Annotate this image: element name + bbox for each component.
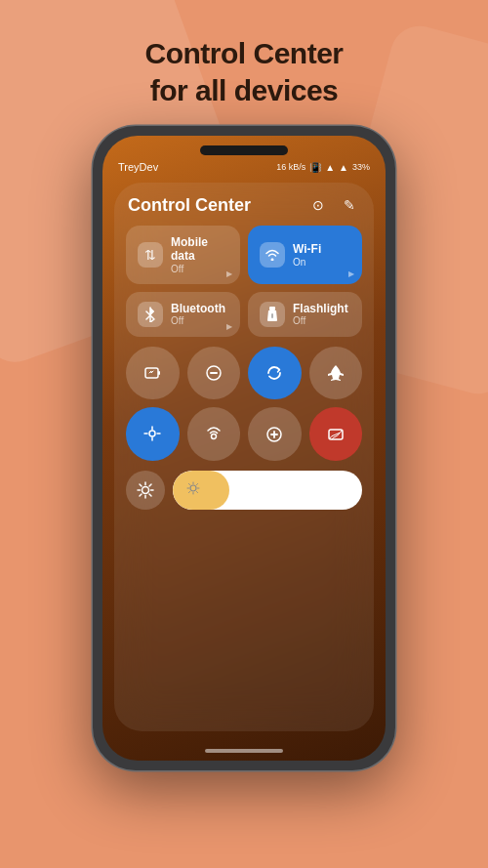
cast-btn[interactable] [309, 407, 363, 461]
status-bar: TreyDev 16 kB/s 📳 ▲ ▲ 33% [118, 161, 370, 173]
toggle-flashlight[interactable]: Flashlight Off [248, 292, 362, 337]
bluetooth-state: Off [171, 315, 225, 326]
svg-point-10 [190, 485, 196, 491]
status-right: 16 kB/s 📳 ▲ ▲ 33% [276, 162, 370, 173]
mobile-data-state: Off [171, 264, 228, 274]
wifi-arrow: ▶ [348, 269, 354, 278]
toggle-row-top: ⇅ Mobile data Off ▶ [126, 226, 362, 284]
mobile-data-icon: ⇅ [138, 242, 163, 268]
battery-label: 33% [352, 162, 370, 172]
toggle-row-bottom: Bluetooth Off ▶ Flashlight [126, 292, 362, 337]
location-btn[interactable] [126, 407, 180, 461]
svg-point-6 [211, 434, 216, 438]
toggle-wifi[interactable]: Wi-Fi On ▶ [248, 226, 362, 284]
wifi-label: Wi-Fi [293, 242, 321, 256]
toggle-mobile-data[interactable]: ⇅ Mobile data Off ▶ [126, 226, 240, 284]
control-center-panel: Control Center ⊙ ✎ ⇅ Mobile data Off ▶ [114, 183, 374, 731]
dnd-btn[interactable] [187, 347, 241, 400]
airplane-btn[interactable] [309, 347, 363, 400]
brightness-row [126, 471, 362, 510]
round-grid [126, 347, 362, 461]
phone-screen: TreyDev 16 kB/s 📳 ▲ ▲ 33% Control Center… [102, 136, 386, 761]
cc-header: Control Center ⊙ ✎ [126, 194, 362, 216]
brightness-fill [173, 471, 229, 510]
svg-point-5 [149, 431, 155, 436]
bluetooth-label: Bluetooth [171, 302, 225, 315]
bluetooth-text: Bluetooth Off [171, 302, 225, 326]
carrier-label: TreyDev [118, 161, 158, 173]
battery-saver-btn[interactable] [126, 347, 180, 400]
toggle-bluetooth[interactable]: Bluetooth Off ▶ [126, 292, 240, 337]
edit-icon[interactable]: ✎ [339, 194, 360, 216]
bluetooth-icon [138, 302, 163, 327]
mobile-data-label: Mobile data [171, 235, 228, 264]
phone-frame: TreyDev 16 kB/s 📳 ▲ ▲ 33% Control Center… [93, 126, 395, 770]
settings-icon[interactable]: ⊙ [307, 194, 329, 216]
mobile-data-arrow: ▶ [226, 269, 232, 278]
bluetooth-arrow: ▶ [226, 322, 232, 331]
add-btn[interactable] [248, 407, 302, 461]
signal-icon: ▲ [339, 162, 348, 173]
flashlight-label: Flashlight [293, 302, 348, 315]
mobile-data-text: Mobile data Off [171, 235, 228, 274]
cc-title: Control Center [128, 195, 251, 216]
flashlight-state: Off [293, 315, 348, 326]
svg-rect-1 [271, 313, 273, 318]
hotspot-btn[interactable] [187, 407, 241, 461]
home-indicator [205, 749, 283, 753]
flashlight-text: Flashlight Off [293, 302, 348, 326]
slider-sun-icon [186, 481, 200, 498]
brightness-icon-btn[interactable] [126, 471, 165, 510]
wifi-state: On [293, 257, 321, 268]
svg-rect-0 [269, 307, 275, 310]
svg-point-9 [142, 486, 149, 493]
wifi-status-icon: ▲ [325, 162, 335, 173]
page-headline: Control Center for all devices [145, 35, 344, 108]
cc-header-icons: ⊙ ✎ [307, 194, 360, 216]
svg-rect-3 [158, 371, 160, 375]
brightness-slider[interactable] [173, 471, 362, 510]
wifi-icon [260, 242, 285, 268]
wifi-text: Wi-Fi On [293, 242, 321, 267]
vibrate-icon: 📳 [309, 162, 321, 173]
sync-btn[interactable] [248, 347, 302, 400]
dynamic-island [200, 145, 288, 155]
network-speed: 16 kB/s [276, 162, 305, 172]
flashlight-icon [260, 302, 285, 327]
